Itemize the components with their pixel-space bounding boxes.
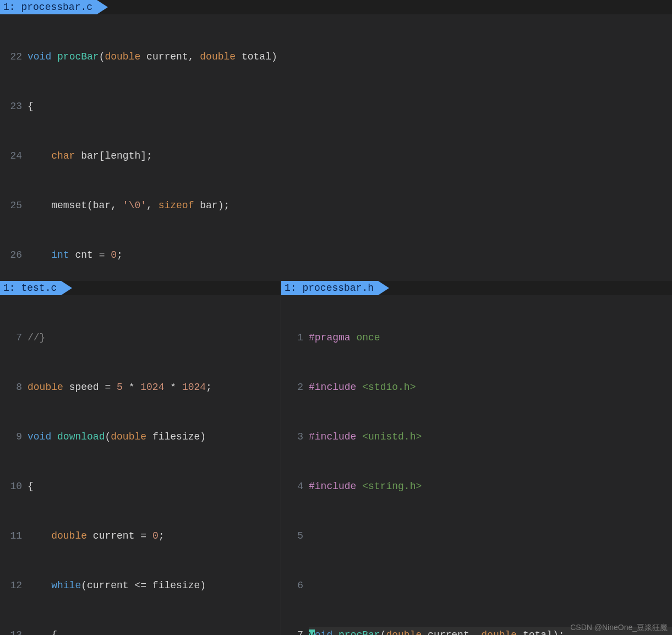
editor-pane-bottom-left: 1: test.c 7//} 8double speed = 5 * 1024 … — [0, 281, 281, 635]
tab-bar-right: 1: processbar.h — [281, 281, 672, 295]
tab-processbar-h[interactable]: 1: processbar.h — [281, 281, 378, 295]
editor-pane-bottom-right: 1: processbar.h 1#pragma once 2#include … — [281, 281, 672, 635]
editor-pane-top: 1: processbar.c 22void procBar(double cu… — [0, 0, 672, 281]
tab-index: 1: — [285, 283, 297, 294]
tab-filename: processbar.c — [21, 2, 92, 13]
watermark: CSDN @NineOne_豆浆狂魔 — [570, 623, 668, 633]
tab-bar-left: 1: test.c — [0, 281, 281, 295]
cursor: v — [309, 629, 315, 635]
code-area-right[interactable]: 1#pragma once 2#include <stdio.h> 3#incl… — [281, 295, 672, 635]
tab-index: 1: — [3, 2, 15, 13]
tab-filename: processbar.h — [302, 283, 374, 294]
code-area-left[interactable]: 7//} 8double speed = 5 * 1024 * 1024; 9v… — [0, 295, 281, 635]
line-number: 22 — [0, 48, 28, 65]
tab-test-c[interactable]: 1: test.c — [0, 281, 61, 295]
tab-processbar-c[interactable]: 1: processbar.c — [0, 0, 97, 14]
tab-bar-top: 1: processbar.c — [0, 0, 672, 14]
tab-filename: test.c — [21, 283, 57, 294]
tab-index: 1: — [3, 283, 15, 294]
